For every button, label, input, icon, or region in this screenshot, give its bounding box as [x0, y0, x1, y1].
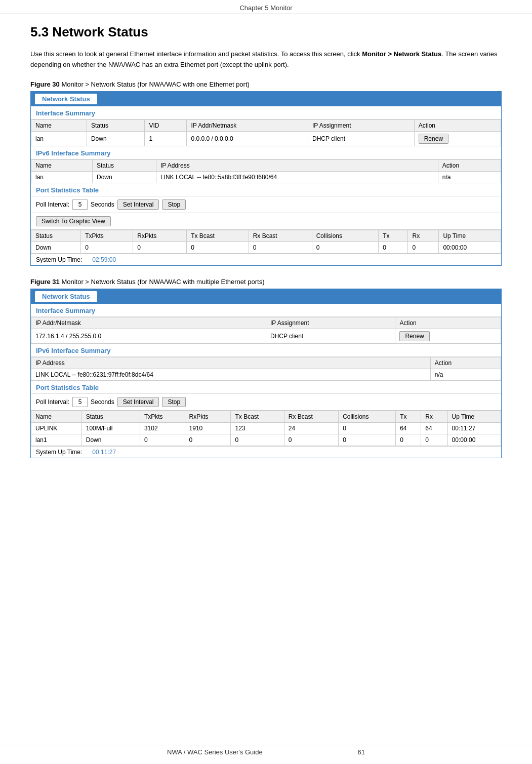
set-interval-button[interactable]: Set Interval: [117, 397, 159, 407]
table-cell[interactable]: Renew: [395, 329, 501, 343]
col-ip-netmask: IP Addr/Netmask: [187, 119, 308, 131]
col-rxpkts: RxPkts: [185, 411, 231, 422]
col-rxpkts: RxPkts: [133, 230, 187, 242]
set-interval-button[interactable]: Set Interval: [117, 199, 159, 210]
col-ip-netmask: IP Addr/Netmask: [31, 317, 266, 329]
col-status: Status: [81, 411, 140, 422]
figure30-interface-table: Name Status VID IP Addr/Netmask IP Assig…: [31, 119, 501, 146]
table-cell: 3102: [140, 422, 185, 434]
switch-graphic-button[interactable]: Switch To Graphic View: [36, 216, 111, 226]
col-rx: Rx: [421, 411, 447, 422]
figure30-port-stats-table: Status TxPkts RxPkts Tx Bcast Rx Bcast C…: [31, 230, 501, 254]
col-ip-assignment: IP Assignment: [308, 119, 414, 131]
table-cell: lan: [31, 131, 87, 146]
table-cell: DHCP client: [308, 131, 414, 146]
figure30-switch-btn-row: Switch To Graphic View: [31, 213, 501, 230]
col-action: Action: [414, 119, 501, 131]
table-cell: 0: [140, 434, 185, 446]
stop-button[interactable]: Stop: [162, 199, 186, 210]
figure31-caption-bold: Figure 31: [30, 278, 60, 286]
figure31-ipv6-table: IP Address Action LINK LOCAL -- fe80::62…: [31, 357, 501, 381]
table-cell: 64: [396, 422, 421, 434]
col-status: Status: [92, 159, 156, 171]
footer-left: NWA / WAC Series User's Guide: [167, 748, 263, 756]
system-uptime-label: System Up Time:: [36, 256, 82, 263]
col-tx-bcast: Tx Bcast: [187, 230, 249, 242]
table-cell: 0: [185, 434, 231, 446]
ipv6-header-row: Name Status IP Address Action: [31, 159, 501, 171]
table-cell: 0: [231, 434, 284, 446]
table-cell: 64: [421, 422, 447, 434]
figure31-caption: Figure 31 Monitor > Network Status (for …: [30, 278, 502, 286]
intro-paragraph: Use this screen to look at general Ether…: [30, 49, 502, 70]
col-collisions: Collisions: [339, 411, 396, 422]
poll-seconds-label: Seconds: [91, 201, 114, 208]
renew-button[interactable]: Renew: [399, 331, 429, 341]
col-tx-bcast: Tx Bcast: [231, 411, 284, 422]
figure31-port-stats-table: Name Status TxPkts RxPkts Tx Bcast Rx Bc…: [31, 411, 501, 446]
system-uptime-label: System Up Time:: [36, 449, 82, 456]
col-ip-address: IP Address: [156, 159, 438, 171]
intro-text-start: Use this screen to look at general Ether…: [30, 50, 362, 58]
col-rx-bcast: Rx Bcast: [284, 411, 338, 422]
figure31-poll-interval-row: Poll Interval: Seconds Set Interval Stop: [31, 394, 501, 411]
page-header: Chapter 5 Monitor: [0, 0, 532, 14]
section-title: 5.3 Network Status: [30, 24, 502, 40]
figure31-system-uptime-row: System Up Time: 00:11:27: [31, 446, 501, 458]
table-cell: n/a: [430, 369, 501, 380]
col-action: Action: [395, 317, 501, 329]
table-cell: Down: [31, 242, 81, 253]
table-row: lan1Down000000000:00:00: [31, 434, 501, 446]
poll-interval-input[interactable]: [72, 397, 88, 407]
poll-interval-input[interactable]: [72, 199, 88, 210]
system-uptime-value: 00:11:27: [92, 449, 116, 456]
col-ip-address: IP Address: [31, 357, 431, 369]
renew-button[interactable]: Renew: [419, 134, 448, 144]
table-cell: 00:00:00: [447, 434, 501, 446]
stop-button[interactable]: Stop: [162, 397, 186, 407]
table-cell[interactable]: Renew: [414, 131, 501, 146]
figure31-tab[interactable]: Network Status: [35, 291, 97, 302]
figure31-ipv6-summary-header: IPv6 Interface Summary: [31, 344, 501, 357]
table-cell: Down: [92, 171, 156, 183]
col-name: Name: [31, 159, 93, 171]
col-status: Status: [31, 230, 81, 242]
figure31-port-stats-header: Port Statistics Table: [31, 381, 501, 394]
col-collisions: Collisions: [312, 230, 378, 242]
figure30-ipv6-table: Name Status IP Address Action lanDownLIN…: [31, 159, 501, 183]
figure30-tab-bar: Network Status: [31, 92, 501, 106]
table-cell: 0: [421, 434, 447, 446]
table-cell: 0: [81, 242, 133, 253]
figure30-caption-bold: Figure 30: [30, 81, 60, 88]
figure30-interface-summary-header: Interface Summary: [31, 106, 501, 119]
table-row: 172.16.1.4 / 255.255.0.0DHCP clientRenew: [31, 329, 501, 343]
footer-right: 61: [357, 748, 364, 756]
table-cell: 172.16.1.4 / 255.255.0.0: [31, 329, 266, 343]
table-row: Down000000000:00:00: [31, 242, 501, 253]
figure30-ipv6-table-wrapper: Name Status IP Address Action lanDownLIN…: [31, 159, 501, 183]
table-cell: 0: [339, 422, 396, 434]
table-cell: lan1: [31, 434, 82, 446]
col-uptime: Up Time: [439, 230, 501, 242]
table-row: lanDownLINK LOCAL -- fe80::5a8b:f3ff:fe9…: [31, 171, 501, 183]
table-cell: 0: [187, 242, 249, 253]
page-footer: NWA / WAC Series User's Guide 61: [0, 745, 532, 759]
table-cell: UPLINK: [31, 422, 82, 434]
table-cell: 0.0.0.0 / 0.0.0.0: [187, 131, 308, 146]
table-cell: 123: [231, 422, 284, 434]
figure30-ipv6-summary-header: IPv6 Interface Summary: [31, 146, 501, 159]
col-name: Name: [31, 411, 82, 422]
figure30-tab[interactable]: Network Status: [35, 94, 97, 104]
col-txpkts: TxPkts: [81, 230, 133, 242]
table-cell: 0: [379, 242, 408, 253]
table-cell: 24: [284, 422, 338, 434]
header-title: Chapter 5 Monitor: [239, 4, 292, 12]
poll-interval-label: Poll Interval:: [36, 398, 69, 406]
figure31-caption-text: Monitor > Network Status (for NWA/WAC wi…: [60, 278, 265, 286]
figure30-port-stats-header: Port Statistics Table: [31, 183, 501, 196]
figure30-caption-text: Monitor > Network Status (for NWA/WAC wi…: [60, 81, 250, 88]
table-cell: Down: [81, 434, 140, 446]
table-cell: 00:11:27: [447, 422, 501, 434]
col-action: Action: [438, 159, 501, 171]
figure30-interface-table-wrapper: Name Status VID IP Addr/Netmask IP Assig…: [31, 119, 501, 146]
